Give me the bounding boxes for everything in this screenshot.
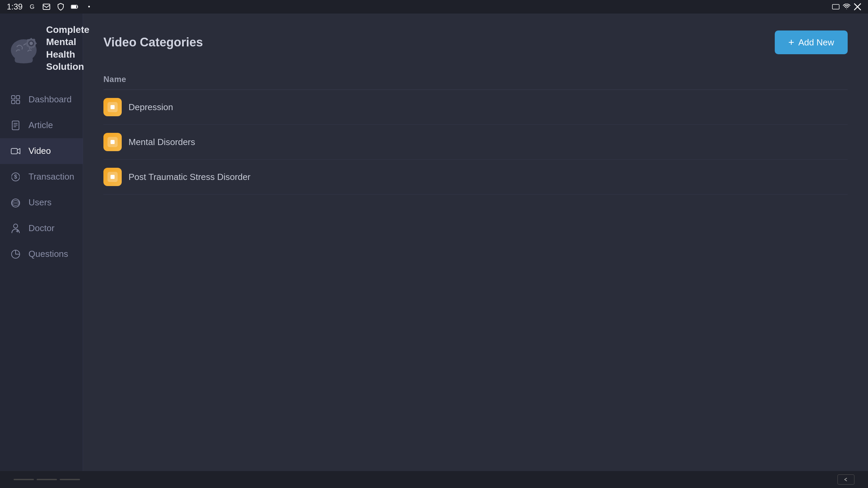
- category-icon-dot: [111, 105, 115, 109]
- nav-items: Dashboard Article: [0, 83, 83, 270]
- svg-point-15: [29, 42, 33, 45]
- app-container: Complete Mental Health Solution Dashboar…: [0, 0, 868, 488]
- sidebar-item-video[interactable]: Video: [0, 138, 83, 164]
- svg-point-26: [14, 224, 18, 228]
- categories-table: Name Depression Mental Disorders: [103, 68, 848, 195]
- svg-rect-3: [832, 4, 839, 9]
- page-title: Video Categories: [103, 35, 203, 49]
- shield-icon: [56, 2, 65, 12]
- category-icon-inner: [107, 137, 118, 147]
- table-row[interactable]: Mental Disorders: [103, 125, 848, 160]
- svg-rect-19: [16, 100, 20, 104]
- add-new-label: Add New: [798, 37, 834, 48]
- svg-rect-7: [31, 38, 32, 40]
- transaction-icon: $: [9, 171, 22, 183]
- google-icon: G: [27, 2, 37, 12]
- close-icon[interactable]: [854, 3, 861, 11]
- bottom-dot-2: [37, 479, 57, 480]
- category-name-mental-disorders: Mental Disorders: [129, 137, 195, 147]
- more-icon: •: [84, 2, 94, 12]
- category-name-ptsd: Post Traumatic Stress Disorder: [129, 172, 251, 182]
- main-content: Video Categories + Add New Name Depressi…: [83, 14, 868, 488]
- battery-icon: [70, 2, 80, 12]
- category-icon-dot: [111, 140, 115, 144]
- dashboard-label: Dashboard: [28, 94, 72, 105]
- sidebar-item-doctor[interactable]: Doctor: [0, 216, 83, 241]
- sidebar-item-questions[interactable]: Questions: [0, 241, 83, 267]
- status-time: 1:39: [7, 2, 23, 12]
- video-label: Video: [28, 146, 51, 156]
- category-icon-ptsd: [103, 168, 122, 186]
- svg-rect-8: [31, 47, 32, 49]
- sidebar-item-article[interactable]: Article: [0, 113, 83, 138]
- category-icon-depression: [103, 98, 122, 116]
- sidebar-item-dashboard[interactable]: Dashboard: [0, 87, 83, 113]
- svg-rect-10: [35, 43, 37, 44]
- table-header: Name: [103, 68, 848, 90]
- transaction-label: Transaction: [28, 171, 74, 182]
- bottom-back-button[interactable]: [837, 474, 854, 485]
- article-label: Article: [28, 120, 53, 130]
- svg-rect-16: [12, 96, 15, 99]
- questions-label: Questions: [28, 249, 68, 259]
- category-icon-mental-disorders: [103, 133, 122, 151]
- svg-rect-18: [12, 100, 15, 104]
- video-icon: [9, 145, 22, 157]
- sidebar: Complete Mental Health Solution Dashboar…: [0, 14, 83, 488]
- users-label: Users: [28, 197, 52, 208]
- svg-rect-0: [43, 4, 50, 9]
- status-bar-left: 1:39 G •: [7, 2, 94, 12]
- logo-area: Complete Mental Health Solution: [0, 14, 83, 83]
- category-icon-inner: [107, 172, 118, 182]
- plus-icon: +: [788, 37, 794, 48]
- svg-rect-9: [26, 43, 28, 44]
- status-icons-right: [832, 3, 861, 11]
- category-icon-dot: [111, 175, 115, 179]
- svg-rect-21: [11, 148, 17, 154]
- users-icon: [9, 197, 22, 209]
- doctor-label: Doctor: [28, 223, 55, 233]
- svg-text:$: $: [14, 174, 17, 180]
- status-bar: 1:39 G •: [0, 0, 868, 14]
- grid-icon: [9, 94, 22, 106]
- wifi-icon: [843, 4, 850, 10]
- window-icon: [832, 4, 840, 9]
- article-icon: [9, 119, 22, 131]
- bottom-dot-3: [60, 479, 80, 480]
- category-name-depression: Depression: [129, 102, 173, 113]
- bottom-dot-1: [14, 479, 34, 480]
- questions-icon: [9, 248, 22, 260]
- sidebar-item-transaction[interactable]: $ Transaction: [0, 164, 83, 190]
- table-row[interactable]: Post Traumatic Stress Disorder: [103, 160, 848, 195]
- bottom-nav-dots: [14, 479, 80, 480]
- add-new-button[interactable]: + Add New: [775, 30, 848, 54]
- bottom-bar: [0, 471, 868, 488]
- column-name-header: Name: [103, 75, 126, 84]
- table-row[interactable]: Depression: [103, 90, 848, 125]
- page-header: Video Categories + Add New: [103, 30, 848, 54]
- doctor-icon: [9, 222, 22, 235]
- logo-icon: [7, 32, 41, 65]
- svg-rect-17: [16, 96, 20, 99]
- category-icon-inner: [107, 102, 118, 112]
- svg-rect-2: [72, 5, 76, 8]
- sidebar-item-users[interactable]: Users: [0, 190, 83, 216]
- mail-icon: [42, 2, 51, 12]
